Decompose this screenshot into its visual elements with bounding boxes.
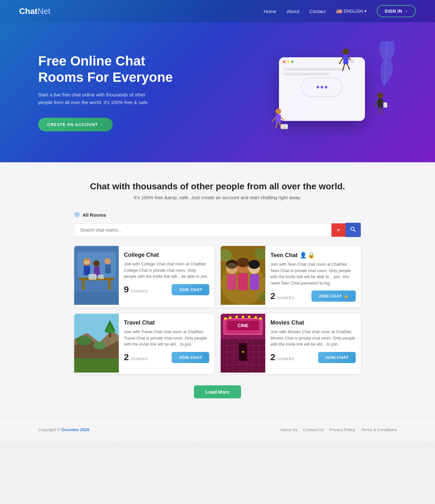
- search-bar: ✕: [74, 223, 361, 237]
- rooms-icon: ⦿: [74, 212, 80, 218]
- svg-rect-52: [250, 274, 259, 290]
- window-dot-green: [291, 60, 294, 63]
- joiners-label-travel: JOINERS: [131, 357, 148, 361]
- hero-content: Free Online Chat Rooms For Everyone Star…: [38, 53, 185, 131]
- footer-brand: Oncodes 2020: [61, 427, 89, 432]
- joiners-count-college: 9: [124, 284, 129, 295]
- svg-point-21: [377, 93, 383, 98]
- chat-rooms-grid: College Chat Join with College Chat chat…: [74, 246, 361, 374]
- brand-net: Net: [38, 6, 50, 16]
- brand-logo[interactable]: Chat Net: [19, 6, 50, 16]
- joiners-label-college: JOINERS: [131, 289, 148, 293]
- search-icon: [351, 227, 356, 232]
- movies-illustration: CINE: [221, 314, 265, 373]
- private-icons: 👤 🔒: [300, 252, 315, 259]
- hero-illustration: [263, 41, 397, 143]
- nav-contact[interactable]: Contact: [309, 9, 326, 14]
- section-subheading: It's 100% free &amp; safe. Just create a…: [38, 195, 397, 200]
- join-button-movies[interactable]: JOIN CHAT: [318, 352, 356, 363]
- joiners-count-teen: 2: [270, 291, 275, 301]
- svg-rect-41: [108, 280, 111, 290]
- create-account-button[interactable]: CREATE AN ACCOUNT →: [38, 118, 113, 131]
- navbar: Chat Net Home About Contact 🇺🇸 ENGLISH ▾…: [0, 0, 435, 22]
- svg-rect-66: [74, 358, 119, 373]
- svg-rect-38: [105, 264, 111, 273]
- lock-icon: 🔒: [308, 252, 315, 259]
- rooms-label: All Rooms: [82, 212, 106, 218]
- join-button-travel[interactable]: JOIN CHAT: [172, 352, 209, 363]
- join-btn-label-travel: JOIN CHAT: [179, 355, 202, 360]
- footer-privacy-policy[interactable]: Privacy Policy: [329, 427, 355, 432]
- person-icon: 👤: [300, 252, 307, 259]
- join-btn-label-college: JOIN CHAT: [179, 287, 202, 292]
- nav-home[interactable]: Home: [264, 9, 276, 14]
- svg-point-87: [235, 316, 238, 318]
- svg-rect-42: [89, 274, 96, 280]
- hero-section: Free Online Chat Rooms For Everyone Star…: [0, 22, 435, 162]
- language-selector[interactable]: 🇺🇸 ENGLISH ▾: [336, 8, 367, 14]
- load-more-button[interactable]: Load More: [194, 385, 241, 398]
- room-body-college: College Chat Join with College Chat chat…: [119, 246, 214, 307]
- main-section: Chat with thousands of other people from…: [0, 162, 435, 417]
- room-joiners-teen: 2 JOINERS: [270, 291, 294, 301]
- search-button[interactable]: [346, 223, 361, 237]
- svg-point-90: [254, 316, 257, 319]
- room-footer-travel: 2 JOINERS JOIN CHAT: [124, 352, 209, 363]
- window-dot-yellow: [287, 60, 289, 63]
- college-illustration: [74, 246, 119, 305]
- signin-button[interactable]: SIGN IN →: [377, 5, 416, 17]
- bubble-dot-2: [321, 86, 323, 88]
- svg-rect-27: [383, 102, 387, 108]
- footer-terms[interactable]: Terms & Conditions: [361, 427, 397, 432]
- footer-about-us[interactable]: About Us: [281, 427, 297, 432]
- nav-links: Home About Contact 🇺🇸 ENGLISH ▾ SIGN IN …: [264, 5, 416, 17]
- svg-point-85: [224, 317, 227, 320]
- room-body-travel: Travel Chat Join with Travel Chat chat r…: [119, 314, 214, 374]
- room-card-college: College Chat Join with College Chat chat…: [74, 246, 214, 307]
- chat-line-2: [283, 73, 330, 75]
- join-btn-label-movies: JOIN CHAT: [325, 355, 349, 360]
- svg-line-18: [280, 122, 281, 128]
- travel-illustration: [74, 314, 119, 373]
- room-desc-travel: Join with Travel Chat chat room at ChatN…: [124, 329, 209, 347]
- room-body-movies: Movies Chat Join with Movies Chat chat r…: [265, 314, 361, 374]
- svg-line-26: [382, 108, 383, 113]
- hero-chat-window: [279, 57, 365, 121]
- search-input[interactable]: [74, 223, 332, 237]
- joiners-count-travel: 2: [124, 352, 129, 362]
- svg-line-29: [354, 230, 355, 232]
- join-button-college[interactable]: JOIN CHAT: [172, 284, 209, 295]
- svg-point-89: [248, 316, 251, 318]
- room-footer-movies: 2 JOINERS JOIN CHAT: [270, 352, 356, 363]
- footer-contact-us[interactable]: Contact Us: [303, 427, 324, 432]
- search-clear-button[interactable]: ✕: [332, 223, 346, 237]
- svg-line-24: [383, 101, 386, 105]
- svg-point-96: [243, 351, 244, 353]
- svg-line-17: [276, 122, 277, 128]
- lang-label: ENGLISH: [344, 9, 363, 14]
- svg-rect-40: [82, 280, 85, 290]
- room-desc-movies: Join with Movies Chat chat room at ChatN…: [270, 329, 356, 347]
- room-title-teen: Teen Chat 👤 🔒: [270, 252, 356, 259]
- svg-point-55: [248, 260, 260, 269]
- footer-copyright: Copyright © Oncodes 2020: [38, 427, 89, 432]
- window-dot-red: [283, 60, 285, 63]
- svg-rect-44: [74, 292, 119, 305]
- svg-line-15: [273, 117, 276, 122]
- room-image-college: [74, 246, 119, 307]
- svg-point-91: [259, 317, 262, 320]
- teen-title-text: Teen Chat: [270, 252, 298, 259]
- room-image-teen: [221, 246, 265, 307]
- bubble-dot-1: [317, 86, 319, 88]
- nav-about[interactable]: About: [287, 9, 299, 14]
- room-title-movies: Movies Chat: [270, 319, 356, 326]
- svg-line-23: [374, 101, 378, 106]
- hero-subtitle: Start a live free chat online with thous…: [38, 91, 159, 106]
- svg-rect-34: [84, 261, 89, 263]
- svg-point-6: [343, 48, 349, 55]
- room-desc-teen: Join with Teen Chat chat room at ChatNet…: [270, 261, 356, 286]
- svg-point-56: [226, 262, 238, 274]
- svg-point-54: [237, 258, 249, 267]
- hero-title: Free Online Chat Rooms For Everyone: [38, 53, 185, 85]
- join-button-teen[interactable]: JOIN CHAT 🔒: [311, 290, 356, 302]
